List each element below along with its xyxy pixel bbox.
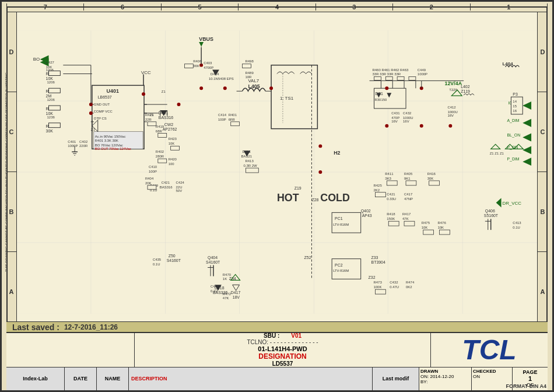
svg-rect-40 — [49, 88, 61, 93]
svg-text:66K: 66K — [193, 64, 199, 68]
svg-rect-140 — [429, 181, 440, 186]
svg-text:16: 16 — [513, 109, 517, 113]
svg-text:Z1: Z1 — [150, 113, 155, 117]
schematic-container: 7 6 5 4 3 2 1 D C B A D C B A THIS DRAWI… — [0, 0, 554, 392]
svg-text:P3: P3 — [513, 92, 518, 96]
svg-text:Z52: Z52 — [304, 256, 311, 260]
svg-text:1236: 1236 — [47, 116, 55, 119]
row-c-right: C — [538, 92, 548, 172]
svg-rect-134 — [387, 181, 397, 186]
svg-text:R420: R420 — [169, 158, 177, 161]
svg-text:BL_ON: BL_ON — [507, 133, 520, 138]
svg-text:10R: 10R — [245, 75, 252, 79]
svg-point-169 — [385, 86, 388, 90]
col-markers-top: 7 6 5 4 3 2 1 — [6, 2, 548, 12]
svg-text:C432: C432 — [403, 111, 411, 115]
svg-text:R425: R425 — [374, 184, 383, 187]
svg-text:1K: 1K — [223, 277, 227, 281]
svg-text:12V/4A: 12V/4A — [444, 80, 462, 86]
svg-text:R402: R402 — [156, 150, 164, 153]
row-b-right: B — [538, 172, 548, 252]
col-3: 3 — [316, 4, 393, 10]
svg-text:1206: 1206 — [47, 80, 55, 84]
svg-text:R419: R419 — [156, 125, 164, 128]
svg-text:10K: 10K — [46, 76, 54, 80]
svg-text:COLD: COLD — [320, 192, 350, 204]
svg-text:DR_VCC: DR_VCC — [503, 201, 522, 206]
svg-text:BO OUT 79Vac  124Vac: BO OUT 79Vac 124Vac — [95, 147, 131, 150]
svg-text:L402: L402 — [461, 85, 470, 89]
svg-text:C412: C412 — [447, 106, 455, 109]
svg-text:47NP: 47NP — [404, 197, 413, 201]
svg-rect-48 — [49, 123, 61, 128]
part-number: LD5537 — [272, 360, 293, 367]
svg-text:OTP    CS: OTP CS — [94, 117, 107, 120]
svg-text:1000P: 1000P — [68, 144, 78, 148]
tclno-line: TCLNO: - - - - - - - - - - - - - - — [247, 339, 318, 345]
svg-text:BO: BO — [33, 57, 40, 62]
title-right: TCL — [431, 333, 548, 367]
svg-rect-243 — [158, 159, 167, 163]
row-a-right: A — [538, 252, 548, 332]
svg-rect-159 — [440, 230, 450, 235]
svg-text:LTV-816M: LTV-816M — [333, 223, 349, 226]
svg-text:R401: R401 — [229, 113, 237, 117]
svg-rect-191 — [184, 64, 193, 68]
sbu-label: SBU : — [264, 332, 279, 339]
svg-point-174 — [199, 86, 203, 90]
svg-rect-44 — [49, 106, 61, 110]
svg-text:Z119: Z119 — [461, 89, 470, 93]
svg-text:0.1U: 0.1U — [153, 262, 160, 266]
schematic-area: VBUS VCC U401 LB6537 GND OUT COMP VCC OT… — [17, 12, 537, 332]
svg-text:1: TS1: 1: TS1 — [280, 96, 294, 101]
side-text: THIS DRAWING CANNOT BE COMMUNICATED TO U… — [2, 12, 12, 332]
svg-text:C432: C432 — [390, 281, 398, 284]
svg-text:Z1: Z1 — [162, 90, 166, 93]
svg-text:PC2: PC2 — [335, 263, 343, 267]
svg-text:BAS316: BAS316 — [159, 116, 174, 120]
svg-text:AP2762: AP2762 — [163, 127, 177, 131]
row-d-right: D — [538, 12, 548, 92]
svg-text:R416: R416 — [427, 172, 436, 176]
tb-name: NAME — [97, 368, 129, 390]
svg-rect-237 — [158, 134, 167, 138]
svg-rect-208 — [375, 289, 385, 294]
svg-text:R411: R411 — [385, 172, 394, 176]
svg-text:GND  OUT: GND OUT — [94, 103, 110, 106]
svg-text:LTV-816M: LTV-816M — [333, 269, 349, 272]
svg-text:15: 15 — [513, 104, 517, 108]
svg-point-175 — [223, 86, 227, 90]
svg-text:10K: 10K — [169, 142, 175, 145]
svg-text:R472: R472 — [223, 292, 231, 296]
svg-text:C417: C417 — [404, 192, 412, 196]
designation-label: DESIGNATION — [258, 352, 306, 360]
svg-text:33R   33R   33R   33R: 33R 33R 33R 33R — [373, 72, 401, 76]
tb-lastmod: Last modif — [373, 368, 419, 390]
svg-text:R475: R475 — [422, 221, 430, 225]
svg-point-165 — [142, 92, 145, 96]
title-left — [6, 333, 135, 367]
svg-text:VBUS: VBUS — [199, 36, 213, 42]
col-7: 7 — [6, 4, 84, 10]
svg-text:22R: 22R — [145, 118, 152, 121]
svg-text:16V: 16V — [447, 114, 454, 117]
last-saved-bar: Last saved : 12-7-2016_11:26 — [6, 321, 548, 332]
svg-text:S5160T: S5160T — [484, 214, 499, 218]
svg-text:4700P: 4700P — [204, 66, 213, 69]
svg-text:VAL7: VAL7 — [248, 78, 259, 83]
svg-text:A_DIM: A_DIM — [507, 118, 519, 123]
svg-rect-153 — [404, 221, 415, 226]
svg-text:6R8: 6R8 — [229, 118, 236, 121]
col-6: 6 — [84, 4, 161, 10]
svg-text:R476: R476 — [438, 221, 447, 225]
sbu-line: SBU : V01 — [264, 332, 301, 339]
svg-text:10K: 10K — [438, 226, 444, 229]
svg-text:18V: 18V — [233, 295, 240, 299]
tb-date: DATE — [65, 368, 97, 390]
svg-text:R460  R461  R462  R463: R460 R461 R462 R463 — [373, 68, 409, 72]
svg-point-168 — [177, 103, 181, 106]
title-block: SBU : V01 TCLNO: - - - - - - - - - - - -… — [6, 332, 548, 390]
svg-text:10.1N5408 EPS: 10.1N5408 EPS — [209, 77, 234, 80]
svg-text:Ac.in  90Vac  150Vac: Ac.in 90Vac 150Vac — [95, 135, 126, 138]
svg-text:280R: 280R — [156, 155, 164, 158]
